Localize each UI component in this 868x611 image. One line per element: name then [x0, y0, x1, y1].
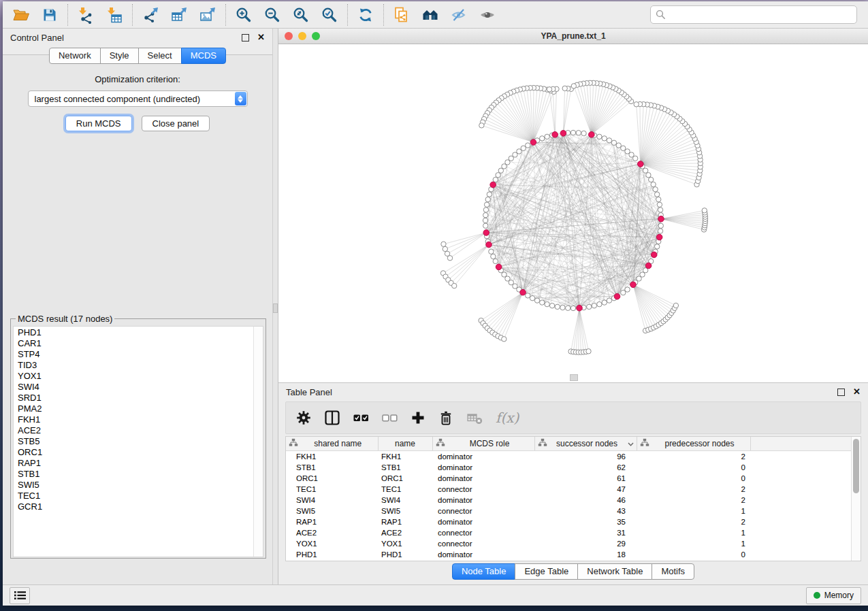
list-item[interactable]: TEC1	[18, 491, 253, 501]
close-panel-button[interactable]: Close panel	[142, 116, 210, 131]
list-item[interactable]: PHD1	[18, 327, 253, 338]
tab-select[interactable]: Select	[138, 48, 182, 64]
tab-edge-table[interactable]: Edge Table	[515, 563, 578, 580]
float-table-panel-icon[interactable]	[837, 389, 845, 396]
mcds-result-scrollbar[interactable]	[253, 327, 263, 557]
close-panel-icon[interactable]: ✕	[257, 34, 265, 41]
hide-annotations-eye-icon[interactable]	[445, 3, 473, 27]
column-header-filler	[750, 437, 852, 451]
export-table-icon[interactable]	[165, 3, 193, 27]
table-row[interactable]: SWI5SWI5connector431	[286, 506, 852, 516]
table-panel: Table Panel ✕ f(x)	[278, 382, 868, 584]
delete-table-icon[interactable]	[466, 410, 483, 425]
table-row[interactable]: TEC1TEC1connector472	[286, 484, 852, 495]
network-window: YPA_prune.txt_1	[278, 29, 868, 382]
list-item[interactable]: SWI5	[18, 480, 253, 491]
memory-label: Memory	[824, 591, 854, 600]
tab-node-table[interactable]: Node Table	[452, 563, 516, 580]
list-item[interactable]: FKH1	[18, 414, 253, 425]
status-bar: Memory	[3, 584, 868, 606]
tab-motifs[interactable]: Motifs	[652, 563, 694, 580]
unselect-all-columns-icon[interactable]	[382, 410, 398, 425]
list-item[interactable]: SWI4	[18, 382, 253, 393]
horizontal-splitter-grip[interactable]	[570, 374, 578, 381]
list-item[interactable]: CAR1	[18, 338, 253, 349]
table-scrollbar-thumb[interactable]	[853, 439, 859, 493]
list-item[interactable]: STB1	[18, 469, 253, 480]
export-image-icon[interactable]	[193, 3, 222, 27]
table-row[interactable]: ORC1ORC1dominator610	[286, 473, 852, 484]
table-row[interactable]: PHD1PHD1dominator180	[286, 549, 852, 560]
splitter-grip[interactable]	[273, 303, 278, 313]
network-canvas[interactable]	[278, 44, 868, 382]
export-network-icon[interactable]	[136, 3, 165, 27]
table-row[interactable]: YOX1YOX1connector291	[286, 538, 852, 549]
delete-column-trash-icon[interactable]	[438, 410, 453, 426]
table-body: FKH1FKH1dominator962STB1STB1dominator620…	[286, 451, 852, 561]
function-builder-fx: f(x)	[496, 410, 519, 426]
table-row[interactable]: FKH1FKH1dominator962	[286, 451, 852, 463]
tab-style[interactable]: Style	[100, 48, 139, 64]
tab-network-table[interactable]: Network Table	[577, 563, 652, 580]
column-header-MCDS-role[interactable]: MCDS role	[432, 437, 534, 451]
float-panel-icon[interactable]	[242, 34, 249, 42]
memory-button[interactable]: Memory	[806, 587, 861, 604]
toolbar-separator	[132, 4, 133, 26]
run-mcds-button[interactable]: Run MCDS	[65, 116, 132, 131]
table-settings-gear-icon[interactable]	[296, 410, 311, 425]
node-table-wrap: shared namenameMCDS rolesuccessor nodesp…	[285, 436, 861, 561]
mcds-result-group: MCDS result (17 nodes) PHD1CAR1STP4TID3Y…	[10, 314, 266, 559]
optimization-criterion-select[interactable]: largest connected component (undirected)	[28, 90, 248, 107]
refresh-icon[interactable]	[351, 3, 380, 27]
zoom-fit-icon[interactable]	[287, 3, 315, 27]
sort-chevron-icon	[624, 439, 634, 448]
toolbar-separator	[347, 4, 348, 26]
tab-mcds[interactable]: MCDS	[181, 48, 226, 64]
vertical-splitter[interactable]	[272, 29, 278, 584]
table-row[interactable]: ACE2ACE2connector311	[286, 527, 852, 538]
duplicate-network-icon[interactable]	[387, 3, 416, 27]
close-table-panel-icon[interactable]: ✕	[853, 389, 861, 395]
zoom-out-icon[interactable]	[258, 3, 287, 27]
mcds-result-title: MCDS result (17 nodes)	[16, 314, 114, 324]
list-item[interactable]: RAP1	[18, 458, 253, 469]
list-item[interactable]: ORC1	[18, 447, 253, 458]
table-row[interactable]: RAP1RAP1dominator352	[286, 516, 852, 527]
table-row[interactable]: SWI4SWI4dominator462	[286, 495, 852, 506]
create-column-plus-icon[interactable]	[411, 410, 425, 425]
tree-icon	[436, 438, 448, 449]
list-item[interactable]: SRD1	[18, 393, 253, 403]
open-folder-icon[interactable]	[7, 3, 35, 27]
show-column-panel-icon[interactable]	[324, 410, 340, 426]
list-item[interactable]: YOX1	[18, 371, 253, 382]
mcds-result-list: PHD1CAR1STP4TID3YOX1SWI4SRD1PMA2FKH1ACE2…	[14, 327, 253, 557]
list-item[interactable]: GCR1	[18, 501, 253, 512]
network-window-title: YPA_prune.txt_1	[278, 31, 868, 41]
list-item[interactable]: ACE2	[18, 425, 253, 436]
list-item[interactable]: PMA2	[18, 403, 253, 414]
save-icon[interactable]	[35, 3, 64, 27]
zoom-selected-icon[interactable]	[315, 3, 344, 27]
app-window: Control Panel ✕ NetworkStyleSelectMCDS O…	[3, 1, 868, 606]
search-input[interactable]	[669, 9, 852, 20]
show-eye-icon[interactable]	[473, 3, 502, 27]
list-item[interactable]: TID3	[18, 360, 253, 371]
zoom-in-icon[interactable]	[229, 3, 258, 27]
optimization-criterion-label: Optimization criterion:	[3, 74, 272, 84]
column-header-name[interactable]: name	[378, 437, 432, 451]
optimization-criterion-value: largest connected component (undirected)	[35, 94, 201, 104]
list-item[interactable]: STP4	[18, 349, 253, 360]
column-header-successor-nodes[interactable]: successor nodes	[534, 437, 637, 451]
table-scrollbar[interactable]	[851, 437, 861, 561]
task-history-button[interactable]	[10, 587, 30, 604]
column-header-predecessor-nodes[interactable]: predecessor nodes	[637, 437, 750, 451]
binoculars-icon[interactable]	[416, 3, 445, 27]
import-network-icon[interactable]	[71, 3, 100, 27]
select-all-columns-icon[interactable]	[353, 410, 369, 425]
column-header-shared-name[interactable]: shared name	[286, 437, 378, 451]
import-table-icon[interactable]	[100, 3, 129, 27]
table-tabs: Node TableEdge TableNetwork TableMotifs	[278, 561, 868, 584]
table-row[interactable]: STB1STB1dominator620	[286, 462, 852, 473]
list-item[interactable]: STB5	[18, 436, 253, 447]
tab-network[interactable]: Network	[49, 48, 101, 64]
